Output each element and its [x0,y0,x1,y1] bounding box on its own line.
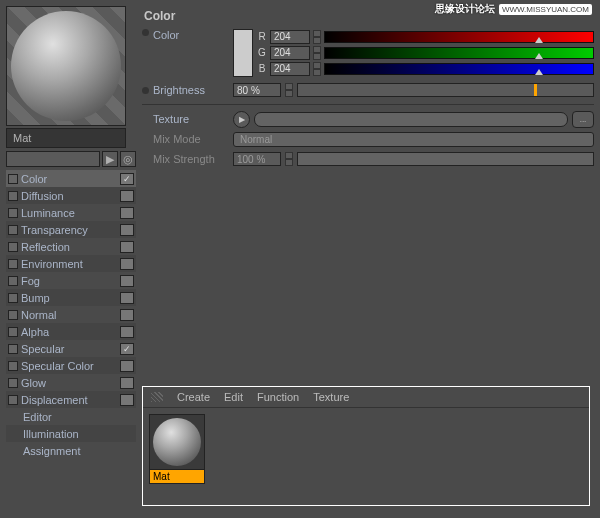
material-preview[interactable] [6,6,126,126]
texture-play-button[interactable]: ▶ [233,111,250,128]
channel-preview-toggle[interactable] [120,394,134,406]
brightness-spinner[interactable] [285,83,293,97]
channel-row-assignment[interactable]: Assignment [6,442,136,459]
channel-label: Environment [21,258,117,270]
channel-preview-toggle[interactable] [120,258,134,270]
r-spinner[interactable] [313,30,321,44]
channel-label: Diffusion [21,190,117,202]
channel-checkbox[interactable] [8,242,18,252]
channel-row-editor[interactable]: Editor [6,408,136,425]
channel-row-alpha[interactable]: Alpha [6,323,136,340]
channel-checkbox[interactable] [8,310,18,320]
channel-preview-toggle[interactable] [120,309,134,321]
r-field[interactable]: 204 [270,30,310,44]
divider [142,104,594,105]
channel-checkbox[interactable] [8,378,18,388]
channel-row-specular-color[interactable]: Specular Color [6,357,136,374]
nav-input[interactable] [6,151,100,167]
channel-row-specular[interactable]: Specular [6,340,136,357]
menu-create[interactable]: Create [177,391,210,403]
mixmode-select[interactable]: Normal [233,132,594,147]
channel-preview-toggle[interactable] [120,343,134,355]
channel-checkbox[interactable] [8,327,18,337]
thumb-label: Mat [149,470,205,484]
channel-label: Assignment [23,445,134,457]
channel-label: Reflection [21,241,117,253]
brightness-label: Brightness [153,84,229,96]
channel-label: Transparency [21,224,117,236]
b-spinner[interactable] [313,62,321,76]
channel-row-illumination[interactable]: Illumination [6,425,136,442]
channel-preview-toggle[interactable] [120,360,134,372]
channel-preview-toggle[interactable] [120,190,134,202]
b-field[interactable]: 204 [270,62,310,76]
channel-preview-toggle[interactable] [120,241,134,253]
channel-label: Bump [21,292,117,304]
channel-label: Specular Color [21,360,117,372]
channel-checkbox[interactable] [8,259,18,269]
channel-preview-toggle[interactable] [120,224,134,236]
color-swatch[interactable] [233,29,253,77]
channel-checkbox[interactable] [8,395,18,405]
play-button[interactable]: ▶ [102,151,118,167]
channel-preview-toggle[interactable] [120,207,134,219]
b-label: B [257,63,267,74]
channel-list: ColorDiffusionLuminanceTransparencyRefle… [6,170,136,459]
b-slider[interactable] [324,63,594,75]
brightness-slider[interactable] [297,83,594,97]
texture-field[interactable] [254,112,568,127]
material-name-field[interactable]: Mat [6,128,126,148]
color-label: Color [153,29,229,41]
channel-checkbox[interactable] [8,208,18,218]
channel-label: Fog [21,275,117,287]
r-slider[interactable] [324,31,594,43]
menu-texture[interactable]: Texture [313,391,349,403]
channel-checkbox[interactable] [8,361,18,371]
brightness-field[interactable]: 80 % [233,83,281,97]
mixstrength-spinner[interactable] [285,152,293,166]
g-field[interactable]: 204 [270,46,310,60]
channel-row-color[interactable]: Color [6,170,136,187]
mixmode-label: Mix Mode [153,133,229,145]
channel-checkbox[interactable] [8,276,18,286]
texture-browse-button[interactable]: ... [572,111,594,128]
channel-row-luminance[interactable]: Luminance [6,204,136,221]
material-thumb[interactable]: Mat [149,414,205,484]
channel-row-reflection[interactable]: Reflection [6,238,136,255]
target-button[interactable]: ◎ [120,151,136,167]
channel-row-normal[interactable]: Normal [6,306,136,323]
channel-row-transparency[interactable]: Transparency [6,221,136,238]
channel-row-bump[interactable]: Bump [6,289,136,306]
preview-sphere-icon [11,11,121,121]
channel-checkbox[interactable] [8,293,18,303]
channel-preview-toggle[interactable] [120,326,134,338]
menu-function[interactable]: Function [257,391,299,403]
channel-preview-toggle[interactable] [120,377,134,389]
right-panel: 思缘设计论坛 WWW.MISSYUAN.COM Color Color R 20… [142,6,594,512]
channel-label: Normal [21,309,117,321]
channel-preview-toggle[interactable] [120,292,134,304]
channel-checkbox[interactable] [8,191,18,201]
channel-row-diffusion[interactable]: Diffusion [6,187,136,204]
material-browser: Create Edit Function Texture Mat [142,386,590,506]
mixstrength-slider[interactable] [297,152,594,166]
channel-preview-toggle[interactable] [120,173,134,185]
g-slider[interactable] [324,47,594,59]
g-spinner[interactable] [313,46,321,60]
channel-checkbox[interactable] [8,225,18,235]
channel-preview-toggle[interactable] [120,275,134,287]
browser-menu: Create Edit Function Texture [143,387,589,408]
channel-row-environment[interactable]: Environment [6,255,136,272]
channel-checkbox[interactable] [8,174,18,184]
channel-checkbox[interactable] [8,344,18,354]
channel-row-glow[interactable]: Glow [6,374,136,391]
g-label: G [257,47,267,58]
menu-edit[interactable]: Edit [224,391,243,403]
grip-icon[interactable] [151,392,163,402]
mixstrength-field[interactable]: 100 % [233,152,281,166]
anim-dot[interactable] [142,29,149,36]
anim-dot[interactable] [142,87,149,94]
channel-row-displacement[interactable]: Displacement [6,391,136,408]
channel-row-fog[interactable]: Fog [6,272,136,289]
channel-label: Illumination [23,428,134,440]
